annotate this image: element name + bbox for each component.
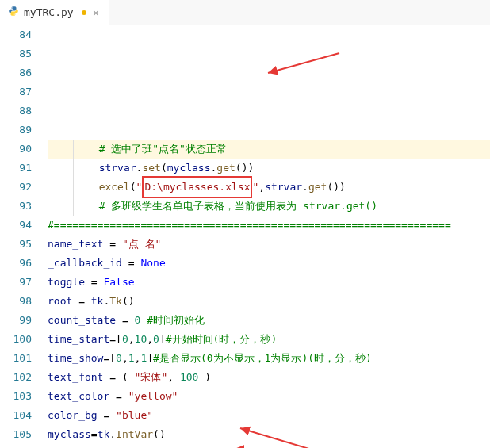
line-number-gutter: 8485868788899091929394959697989910010110… xyxy=(0,25,38,448)
line-number: 90 xyxy=(0,140,32,159)
line-number: 106 xyxy=(0,444,32,448)
code-area[interactable]: # 选中了班"点名"状态正常 strvar.set(myclass.get())… xyxy=(38,25,490,448)
line-number: 84 xyxy=(0,25,32,44)
code-line[interactable]: # 选中了班"点名"状态正常 xyxy=(48,140,490,159)
line-number: 93 xyxy=(0,197,32,216)
code-line[interactable]: text_font = ( "宋体", 100 ) xyxy=(48,368,490,387)
code-line[interactable]: myclass=tk.IntVar() xyxy=(48,425,490,444)
modified-dot-icon xyxy=(82,10,86,15)
line-number: 98 xyxy=(0,292,32,311)
code-line[interactable]: name_text = "点 名" xyxy=(48,235,490,254)
line-number: 102 xyxy=(0,368,32,387)
line-number: 92 xyxy=(0,178,32,197)
editor-tab[interactable]: myTRC.py × xyxy=(0,0,109,25)
code-line[interactable]: text_color = "yellow" xyxy=(48,387,490,406)
code-line[interactable]: time_show=[0,1,1]#是否显示(0为不显示，1为显示)(时，分，秒… xyxy=(48,349,490,368)
annotation-arrow xyxy=(260,49,347,81)
line-number: 86 xyxy=(0,63,32,82)
code-line[interactable]: toggle = False xyxy=(48,273,490,292)
svg-line-0 xyxy=(268,53,339,73)
tab-filename: myTRC.py xyxy=(24,6,74,18)
line-number: 97 xyxy=(0,273,32,292)
line-number: 91 xyxy=(0,159,32,178)
line-number: 101 xyxy=(0,349,32,368)
close-icon[interactable]: × xyxy=(91,6,101,19)
line-number: 100 xyxy=(0,330,32,349)
code-line[interactable]: count_state = 0 #时间初始化 xyxy=(48,311,490,330)
line-number: 104 xyxy=(0,406,32,425)
line-number: 87 xyxy=(0,82,32,101)
line-number: 105 xyxy=(0,425,32,444)
line-number: 85 xyxy=(0,44,32,63)
code-line[interactable]: excel("D:\myclasses.xlsx",strvar.get()) xyxy=(48,178,490,197)
code-line[interactable]: time_start=[0,10,0]#开始时间(时，分，秒) xyxy=(48,330,490,349)
editor: 8485868788899091929394959697989910010110… xyxy=(0,25,490,448)
line-number: 89 xyxy=(0,121,32,140)
code-line[interactable]: # 多班级学生名单电子表格，当前使用表为 strvar.get() xyxy=(48,197,490,216)
tab-bar: myTRC.py × xyxy=(0,0,490,25)
code-line[interactable]: root = tk.Tk() xyxy=(48,292,490,311)
code-line[interactable]: _callback_id = None xyxy=(48,254,490,273)
code-line[interactable]: color_bg = "blue" xyxy=(48,406,490,425)
line-number: 88 xyxy=(0,101,32,121)
line-number: 94 xyxy=(0,216,32,235)
code-line[interactable]: strvar.set(myclass.get()) xyxy=(48,159,490,178)
line-number: 103 xyxy=(0,387,32,406)
line-number: 95 xyxy=(0,235,32,254)
line-number: 96 xyxy=(0,254,32,273)
code-line[interactable]: strvar=tk.StringVar() xyxy=(48,444,490,448)
line-number: 99 xyxy=(0,311,32,330)
python-icon xyxy=(8,6,19,19)
code-line[interactable]: #=======================================… xyxy=(48,216,490,235)
